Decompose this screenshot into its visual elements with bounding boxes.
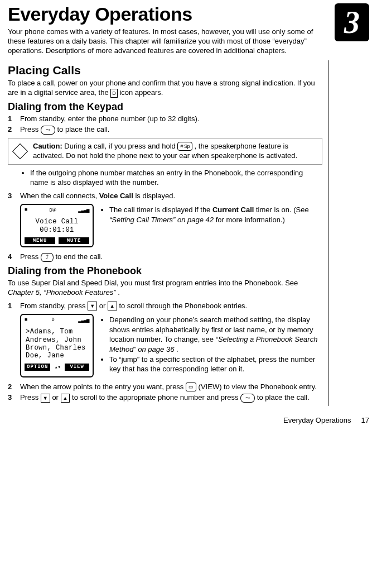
digital-service-icon: D (110, 89, 118, 98)
voice-call-screen: ■ D④ ▂▃▄▅ Voice Call 00:01:01 MENU MUTE (20, 204, 94, 247)
keypad-step-4: 4 Press ⤴ to end the call. (8, 252, 322, 262)
footer-page-number: 17 (361, 416, 369, 424)
pb-step1-b: to scroll through the Phonebook entries. (119, 302, 247, 310)
keypad-step1-text: From standby, enter the phone number (up… (20, 114, 322, 124)
down-arrow-key-icon: ▼ (88, 302, 97, 310)
keypad-step2-a: Press (20, 125, 41, 133)
pb-side-bullet-2: To “jump” to a specific section of the a… (109, 355, 322, 374)
keypad-step2-b: to place the call. (57, 125, 109, 133)
keypad-step-2: 2 Press ⤳ to place the call. (8, 125, 322, 135)
talk-key-icon-2: ⤳ (240, 394, 255, 403)
pb-step3-b: to scroll to the appropriate phone numbe… (72, 393, 240, 401)
pb-side-bullet-1: Depending on your phone’s search method … (109, 315, 322, 354)
pb-screen-status-right: ▂▃▄▅ (78, 317, 89, 323)
chapter-number-badge: 3 (335, 3, 369, 41)
pb-step3-c: to place the call. (257, 393, 310, 401)
caution-icon (13, 142, 27, 161)
view-softkey-icon: ▭ (186, 383, 196, 391)
end-key-icon: ⤴ (41, 253, 54, 262)
pb-intro-b: . (118, 288, 120, 297)
side-ref: “Setting Call Timers” on page 42 (109, 216, 214, 224)
keypad-step4-b: to end the call. (55, 252, 103, 261)
pb-screen-soft-view: VIEW (65, 364, 89, 371)
screen-line1: Voice Call (23, 218, 90, 226)
screen-soft-mute: MUTE (59, 237, 89, 244)
hash-key-icon: # Sp (177, 142, 192, 151)
caution-label: Caution: (33, 142, 62, 150)
phonebook-step-1: 1 From standby, press ▼ or ▲ to scroll t… (8, 301, 322, 311)
pb-screen-status-left: ■ (25, 317, 27, 323)
subsection-keypad: Dialing from the Keypad (8, 101, 322, 113)
page-title: Everyday Operations (8, 3, 369, 25)
section-placing-calls: Placing Calls (8, 64, 322, 77)
pb-screen-line1: >Adams, Tom (26, 328, 90, 336)
placing-calls-body: To place a call, power on your phone and… (8, 78, 322, 98)
keypad-bullet-1: If the outgoing phone number matches an … (30, 168, 322, 188)
pb-screen-soft-arrows: ▴▾ (54, 364, 61, 371)
pb-step2-b: (VIEW) to view the Phonebook entry. (199, 383, 317, 391)
up-arrow-key-icon-2: ▲ (61, 394, 70, 403)
screen-status-mid: D④ (49, 207, 56, 213)
keypad-step3-a: When the call connects, (20, 192, 99, 200)
pb-screen-line2: Andrews, John (26, 336, 90, 344)
pb-step3-a: Press (20, 393, 41, 401)
caution-box: Caution: During a call, if you press and… (8, 138, 322, 165)
keypad-step3-b: is displayed. (135, 192, 175, 200)
pb-screen-line4: Doe, Jane (26, 352, 90, 360)
keypad-step3-bold: Voice Call (99, 192, 133, 200)
side-a: The call timer is displayed if the (109, 205, 212, 214)
screen-status-left: ■ (25, 207, 27, 213)
keypad-step-3: 3 When the call connects, Voice Call is … (8, 191, 322, 201)
phonebook-step-3: 3 Press ▼ or ▲ to scroll to the appropri… (8, 393, 322, 403)
phonebook-screen: ■ D ▂▃▄▅ >Adams, Tom Andrews, John Brown… (20, 314, 94, 377)
pb-intro-ref: Chapter 5, “Phonebook Features” (8, 288, 116, 297)
page-footer: Everyday Operations 17 (8, 416, 369, 424)
subsection-phonebook: Dialing from the Phonebook (8, 265, 322, 277)
up-arrow-key-icon: ▲ (108, 302, 117, 310)
phonebook-intro: To use Super Dial and Speed Dial, you mu… (8, 278, 322, 298)
pb-intro-a: To use Super Dial and Speed Dial, you mu… (8, 279, 298, 287)
screen-status-right: ▂▃▄▅ (78, 207, 89, 213)
pb-sb1-b: . (176, 345, 178, 353)
talk-key-icon: ⤳ (41, 126, 55, 135)
pb-screen-line3: Brown, Charles (26, 344, 90, 352)
intro-paragraph: Your phone comes with a variety of featu… (8, 27, 320, 56)
keypad-step-1: 1 From standby, enter the phone number (… (8, 114, 322, 124)
pb-step2-a: When the arrow points to the entry you w… (20, 383, 186, 391)
pb-screen-soft-option: OPTION (25, 364, 50, 371)
pb-step1-or: or (99, 302, 108, 310)
screen-line2: 00:01:01 (23, 226, 90, 234)
side-bold: Current Call (212, 205, 254, 214)
side-b: timer is on. (See (256, 205, 309, 214)
voice-call-side-bullet: The call timer is displayed if the Curre… (109, 205, 322, 224)
keypad-step4-a: Press (20, 252, 41, 261)
caution-b: During a call, if you press and hold (64, 142, 177, 150)
pb-step1-a: From standby, press (20, 302, 88, 310)
placing-b: icon appears. (119, 88, 163, 97)
pb-screen-status-mid: D (51, 317, 54, 323)
down-arrow-key-icon-2: ▼ (41, 394, 50, 403)
phonebook-step-2: 2 When the arrow points to the entry you… (8, 382, 322, 392)
screen-soft-menu: MENU (25, 237, 55, 244)
pb-step3-or: or (52, 393, 60, 401)
footer-title: Everyday Operations (283, 416, 351, 424)
side-c: for more information.) (216, 216, 285, 224)
